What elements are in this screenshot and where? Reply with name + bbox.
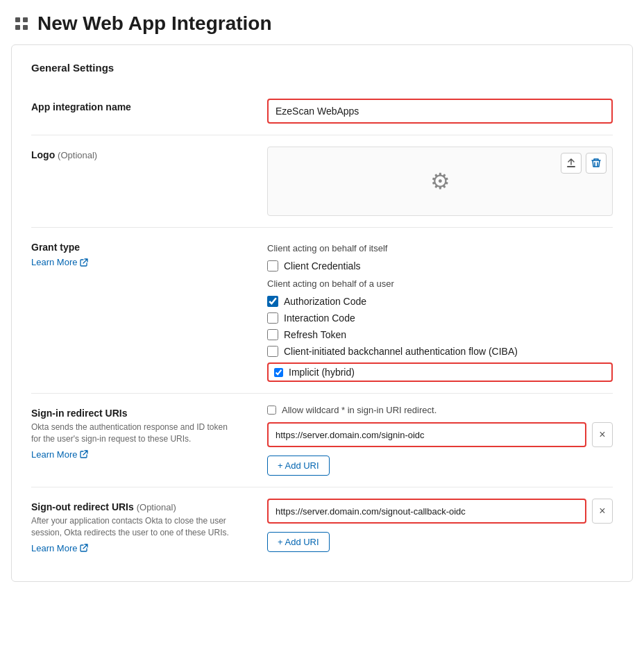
svg-rect-0 <box>15 17 20 22</box>
logo-optional: (Optional) <box>58 150 97 160</box>
signout-optional: (Optional) <box>137 502 176 512</box>
svg-rect-4 <box>567 166 575 167</box>
implicit-label[interactable]: Implicit (hybrid) <box>289 367 355 378</box>
signin-redirect-control-col: Allow wildcard * in sign-in URI redirect… <box>267 405 613 476</box>
signin-redirect-label-col: Sign-in redirect URIs Okta sends the aut… <box>31 405 267 460</box>
signout-uri-row: × <box>267 499 613 524</box>
signin-add-uri-label: + Add URI <box>278 460 319 471</box>
svg-rect-1 <box>23 17 28 22</box>
app-name-input[interactable] <box>267 99 613 124</box>
grant-type-label: Grant type <box>31 242 267 253</box>
logo-row: Logo (Optional) <box>31 135 613 228</box>
client-credentials-checkbox[interactable] <box>267 260 278 272</box>
app-name-row: App integration name <box>31 87 613 135</box>
ciba-label[interactable]: Client-initiated backchannel authenticat… <box>284 346 518 357</box>
section-title: General Settings <box>31 62 613 74</box>
page-title: New Web App Integration <box>37 12 272 35</box>
signin-external-link-icon <box>80 450 88 458</box>
implicit-highlighted-row: Implicit (hybrid) <box>267 362 613 382</box>
client-user-label: Client acting on behalf of a user <box>267 278 613 289</box>
app-name-label-col: App integration name <box>31 99 267 112</box>
refresh-token-checkbox[interactable] <box>267 329 278 340</box>
wildcard-checkbox[interactable] <box>267 406 276 415</box>
grid-icon <box>14 16 29 31</box>
signout-add-uri-label: + Add URI <box>278 537 319 547</box>
signout-uri-input[interactable] <box>267 499 586 524</box>
grant-type-options: Client acting on behalf of itself Client… <box>267 239 613 382</box>
client-credentials-row: Client Credentials <box>267 258 613 274</box>
signout-redirect-learn-more[interactable]: Learn More <box>31 543 88 553</box>
grant-type-learn-more-text: Learn More <box>31 257 77 267</box>
signin-uri-row: × <box>267 422 613 447</box>
signin-uri-input[interactable] <box>267 422 586 447</box>
logo-delete-button[interactable] <box>586 153 607 174</box>
page-header: New Web App Integration <box>0 0 644 44</box>
signout-remove-icon: × <box>599 505 605 517</box>
external-link-icon <box>80 258 88 267</box>
grant-type-control-col: Client acting on behalf of itself Client… <box>267 239 613 382</box>
signout-redirect-control-col: × + Add URI <box>267 499 613 552</box>
authorization-code-label[interactable]: Authorization Code <box>284 296 366 307</box>
interaction-code-label[interactable]: Interaction Code <box>284 312 355 324</box>
wildcard-row: Allow wildcard * in sign-in URI redirect… <box>267 405 613 415</box>
signin-remove-icon: × <box>599 428 605 441</box>
app-name-label: App integration name <box>31 101 131 112</box>
signout-redirect-row: Sign-out redirect URIs (Optional) After … <box>31 487 613 565</box>
authorization-code-row: Authorization Code <box>267 293 613 310</box>
refresh-token-row: Refresh Token <box>267 326 613 343</box>
signin-add-uri-button[interactable]: + Add URI <box>267 456 330 476</box>
interaction-code-row: Interaction Code <box>267 310 613 326</box>
grant-type-label-col: Grant type Learn More <box>31 239 267 267</box>
signin-redirect-learn-more[interactable]: Learn More <box>31 449 88 460</box>
client-self-label: Client acting on behalf of itself <box>267 243 613 253</box>
signout-add-uri-button[interactable]: + Add URI <box>267 532 330 552</box>
svg-rect-2 <box>15 25 20 30</box>
interaction-code-checkbox[interactable] <box>267 312 278 324</box>
grant-type-learn-more[interactable]: Learn More <box>31 257 88 267</box>
signin-uri-remove-button[interactable]: × <box>592 422 613 447</box>
ciba-row: Client-initiated backchannel authenticat… <box>267 343 613 360</box>
signout-uri-remove-button[interactable]: × <box>592 499 613 524</box>
client-credentials-label[interactable]: Client Credentials <box>284 260 361 272</box>
signin-redirect-learn-more-text: Learn More <box>31 449 77 460</box>
signout-redirect-desc: After your application contacts Okta to … <box>31 515 239 539</box>
signin-redirect-desc: Okta sends the authentication response a… <box>31 421 239 445</box>
svg-rect-3 <box>23 25 28 30</box>
logo-upload-button[interactable] <box>561 153 582 174</box>
logo-label-col: Logo (Optional) <box>31 147 267 160</box>
logo-actions <box>561 153 607 174</box>
ciba-checkbox[interactable] <box>267 346 278 357</box>
signin-redirect-label: Sign-in redirect URIs <box>31 408 267 419</box>
signout-redirect-label-col: Sign-out redirect URIs (Optional) After … <box>31 499 267 553</box>
grant-type-row: Grant type Learn More Client acting on b… <box>31 228 613 394</box>
refresh-token-label[interactable]: Refresh Token <box>284 329 346 340</box>
signout-redirect-label: Sign-out redirect URIs <box>31 501 134 512</box>
implicit-checkbox[interactable] <box>274 368 283 377</box>
logo-upload-box: ⚙ <box>267 147 613 216</box>
logo-placeholder-icon: ⚙ <box>430 168 450 194</box>
authorization-code-checkbox[interactable] <box>267 296 278 307</box>
wildcard-label[interactable]: Allow wildcard * in sign-in URI redirect… <box>282 405 437 415</box>
signin-redirect-row: Sign-in redirect URIs Okta sends the aut… <box>31 394 613 487</box>
main-card: General Settings App integration name Lo… <box>11 44 633 582</box>
logo-control-col: ⚙ <box>267 147 613 216</box>
logo-label: Logo <box>31 149 55 160</box>
signout-redirect-learn-more-text: Learn More <box>31 543 77 553</box>
app-name-control-col <box>267 99 613 124</box>
signout-external-link-icon <box>80 544 88 552</box>
